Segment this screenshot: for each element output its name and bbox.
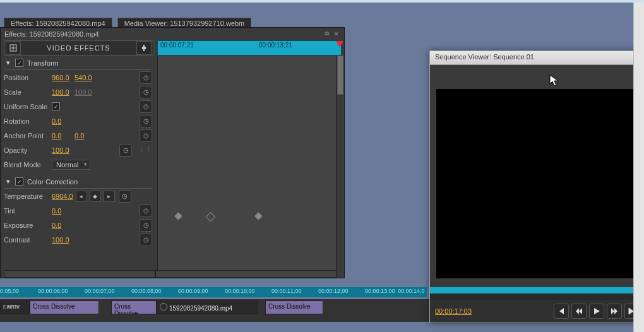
row-opacity: Opacity 100.0 ◷ ⋮⋮	[4, 143, 152, 157]
panel-h-scrollbar[interactable]	[4, 270, 337, 278]
uniform-stopwatch-icon[interactable]: ◷	[140, 100, 152, 113]
section-color-correction[interactable]: ▾ ✓ Color Correction	[4, 175, 152, 189]
opacity-value[interactable]: 100.0	[52, 146, 72, 154]
ruler-tick: 00:00:12;00	[318, 288, 349, 294]
row-uniform-scale: Uniform Scale ✓ ◷	[4, 99, 152, 114]
anchor-y[interactable]: 0.0	[75, 132, 95, 139]
ruler-tick: 00:00:14;0	[398, 288, 425, 294]
ruler-tc-1: 00:00:07;21	[160, 42, 194, 49]
row-rotation: Rotation 0.0 ◷	[4, 114, 152, 128]
step-forward-button[interactable]	[607, 304, 622, 319]
play-button[interactable]	[589, 304, 604, 319]
svg-rect-2	[142, 47, 146, 49]
keyframe-diamond-icon[interactable]	[206, 212, 216, 222]
scale-stopwatch-icon[interactable]: ◷	[140, 86, 152, 98]
clip-cross-dissolve[interactable]: Cross Dissolve	[30, 300, 99, 314]
contrast-stopwatch-icon[interactable]: ◷	[140, 234, 152, 246]
panel-subtitle: Effects: 15920825942080.mp4	[4, 30, 99, 38]
rotation-stopwatch-icon[interactable]: ◷	[140, 115, 152, 127]
anchor-stopwatch-icon[interactable]: ◷	[140, 129, 152, 142]
exposure-label: Exposure	[4, 222, 49, 229]
sequence-viewer-window[interactable]: Sequence Viewer: Sequence 01 00:00:17;03	[429, 50, 644, 323]
panel-popout-icon[interactable]: ⧉	[323, 30, 331, 38]
add-effect-icon[interactable]	[6, 41, 21, 55]
sequence-viewer-controls: 00:00:17;03	[430, 300, 644, 323]
clip-item[interactable]: r.wmv	[0, 300, 30, 314]
temperature-label: Temperature	[4, 193, 49, 200]
keyframe-ruler[interactable]: 00:00:07;21 00:00:13;21	[157, 40, 342, 56]
h-scroll-left[interactable]	[4, 270, 155, 278]
app-v-scrollbar[interactable]	[633, 3, 644, 332]
toggle-keyframes-icon[interactable]	[136, 41, 152, 55]
ruler-tick: 00:00:09;00	[178, 288, 208, 294]
panel-window-controls: ⧉ ✕	[323, 30, 340, 38]
h-scroll-right[interactable]	[155, 270, 337, 278]
ruler-tick: 00:00:11;00	[271, 288, 302, 294]
tint-value[interactable]: 0.0	[52, 207, 72, 215]
timeline-ruler[interactable]: 0:05;00 00:00:06;00 00:00:07;00 00:00:08…	[0, 287, 427, 297]
position-y[interactable]: 540.0	[75, 74, 95, 81]
position-label: Position	[4, 74, 49, 81]
clip-cross-dissolve[interactable]: Cross Dissolve	[265, 300, 323, 314]
effects-panel: Effects: 15920825942080.mp4 ⧉ ✕ VIDEO EF…	[0, 27, 345, 278]
position-stopwatch-icon[interactable]: ◷	[140, 71, 152, 84]
opacity-stopwatch-icon[interactable]: ◷	[119, 144, 132, 157]
transform-enable-checkbox[interactable]: ✓	[15, 59, 23, 67]
sequence-viewer-titlebar[interactable]: Sequence Viewer: Sequence 01	[430, 51, 644, 65]
timeline-clips-track[interactable]: r.wmv Cross Dissolve Cross Dissolve 1592…	[0, 299, 429, 322]
scale-label: Scale	[4, 88, 49, 96]
opacity-label: Opacity	[4, 146, 49, 154]
clip-cross-dissolve[interactable]: Cross Dissolve	[111, 300, 157, 314]
keyframe-track-area[interactable]	[157, 56, 336, 270]
row-contrast: Contrast 100.0 ◷	[4, 232, 152, 247]
video-effects-header: VIDEO EFFECTS	[4, 40, 153, 56]
contrast-value[interactable]: 100.0	[52, 236, 72, 244]
tint-stopwatch-icon[interactable]: ◷	[140, 205, 152, 217]
sequence-viewer-h-scrollbar[interactable]	[430, 293, 644, 300]
scale-x[interactable]: 100.0	[52, 88, 72, 96]
blend-label: Blend Mode	[4, 161, 49, 169]
position-x[interactable]: 960.0	[52, 74, 72, 81]
chevron-down-icon: ▾	[5, 59, 11, 67]
row-blend: Blend Mode Normal	[4, 157, 152, 172]
clip-item[interactable]: 15920825942080.mp4	[157, 300, 258, 314]
ruler-tick: 00:00:13;00	[365, 288, 395, 294]
temp-prev-keyframe-button[interactable]: ◂	[76, 191, 87, 202]
keyframe-diamond-icon[interactable]	[254, 212, 263, 220]
sequence-viewer-video	[436, 89, 644, 278]
step-back-button[interactable]	[571, 304, 587, 319]
temp-next-keyframe-button[interactable]: ▸	[104, 191, 115, 202]
anchor-x[interactable]: 0.0	[52, 132, 72, 139]
opacity-grip-icon[interactable]: ⋮⋮	[138, 146, 152, 154]
temp-add-keyframe-button[interactable]: ◆	[90, 191, 101, 202]
clip-label: 15920825942080.mp4	[169, 305, 232, 312]
section-color-label: Color Correction	[27, 178, 78, 186]
blend-mode-select[interactable]: Normal	[52, 160, 90, 170]
exposure-value[interactable]: 0.0	[52, 222, 72, 229]
section-transform[interactable]: ▾ ✓ Transform	[4, 57, 152, 70]
uniform-scale-checkbox[interactable]: ✓	[52, 102, 60, 110]
ruler-tick: 00:00:10;00	[225, 288, 255, 294]
panel-close-icon[interactable]: ✕	[332, 30, 340, 38]
tint-label: Tint	[4, 207, 49, 215]
scale-y: 100.0	[75, 88, 95, 96]
uniform-scale-label: Uniform Scale	[4, 103, 49, 110]
params-list: ▾ ✓ Transform Position 960.0 540.0 ◷ Sca…	[4, 57, 152, 270]
video-effects-title: VIDEO EFFECTS	[22, 44, 135, 52]
ruler-tick: 00:00:06;00	[38, 288, 68, 294]
sequence-timecode[interactable]: 00:00:17;03	[435, 307, 472, 315]
ruler-tick: 0:05;00	[0, 288, 19, 294]
temperature-value[interactable]: 6904.0	[52, 193, 73, 200]
temperature-stopwatch-icon[interactable]: ◷	[119, 190, 131, 203]
scrollbar-thumb[interactable]	[337, 56, 343, 95]
chevron-down-icon: ▾	[5, 177, 11, 186]
rotation-value[interactable]: 0.0	[52, 117, 72, 125]
contrast-label: Contrast	[4, 236, 49, 244]
anchor-label: Anchor Point	[4, 132, 49, 139]
keyframe-diamond-icon[interactable]	[174, 212, 182, 220]
ruler-tick: 00:00:07;00	[85, 288, 115, 294]
panel-v-scrollbar[interactable]	[336, 56, 344, 270]
go-to-start-button[interactable]	[554, 304, 569, 319]
exposure-stopwatch-icon[interactable]: ◷	[140, 219, 152, 232]
color-enable-checkbox[interactable]: ✓	[15, 177, 23, 186]
